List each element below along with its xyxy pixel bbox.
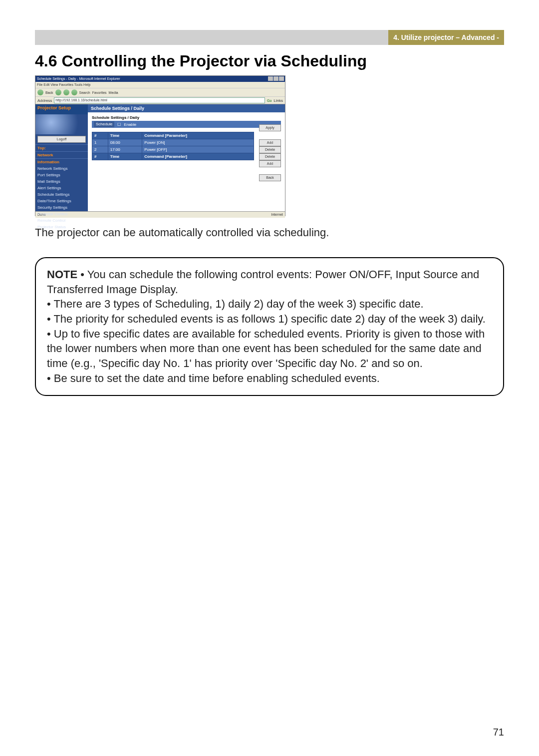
col-time: Time: [108, 153, 142, 160]
window-buttons[interactable]: [268, 76, 284, 81]
window-title: Schedule Settings - Daily - Microsoft In…: [37, 77, 120, 80]
delete-button-2[interactable]: Delete: [259, 153, 281, 160]
col-cmd: Command [Parameter]: [142, 153, 254, 160]
enable-bar: Schedule ☐ Enable: [92, 121, 281, 128]
header-bar: 4. Utilize projector – Advanced -: [35, 30, 504, 45]
forward-icon[interactable]: [55, 89, 61, 95]
refresh-icon[interactable]: [71, 89, 77, 95]
sidebar-item-schedule-settings[interactable]: Schedule Settings: [35, 191, 88, 198]
close-icon[interactable]: [279, 76, 284, 81]
browser-menubar[interactable]: File Edit View Favorites Tools Help: [35, 82, 285, 88]
maximize-icon[interactable]: [273, 76, 278, 81]
sidebar-item-mail-settings[interactable]: Mail Settings: [35, 178, 88, 185]
sidebar-item-projector-status[interactable]: Projector Status: [35, 224, 88, 230]
sidebar-header-network: Network: [35, 151, 88, 158]
note-bullet-1: • You can schedule the following control…: [47, 268, 479, 296]
main-subtitle: Schedule Settings / Daily: [88, 112, 285, 121]
back-icon[interactable]: [37, 89, 43, 95]
add-button-2[interactable]: Add: [259, 160, 281, 167]
address-bar[interactable]: Address http://192.168.1.10/schedule.htm…: [35, 97, 285, 104]
sidebar-item-network-settings[interactable]: Network Settings: [35, 165, 88, 172]
sidebar: Projector Setup Logoff Top: Network Info…: [35, 104, 88, 211]
window-titlebar: Schedule Settings - Daily - Microsoft In…: [35, 76, 285, 82]
sidebar-item-projector-control[interactable]: Projector Control: [35, 211, 88, 217]
links-label[interactable]: Links: [273, 98, 283, 103]
go-button[interactable]: Go: [267, 99, 271, 102]
status-right: Internet: [271, 212, 283, 218]
schedule-table: # Time Command [Parameter] 1 08:00 Power…: [92, 132, 254, 160]
apply-button[interactable]: Apply: [259, 124, 281, 131]
main-panel: Schedule Settings / Daily Schedule Setti…: [88, 104, 285, 211]
cell-time: 17:00: [108, 146, 142, 153]
page-number: 71: [493, 727, 504, 738]
sidebar-header-top: Top:: [35, 144, 88, 151]
favorites-label[interactable]: Favorites: [92, 91, 107, 94]
note-box: NOTE • You can schedule the following co…: [35, 257, 504, 396]
col-num: #: [92, 153, 108, 160]
back-label: Back: [45, 91, 53, 94]
note-bullet-5: • Be sure to set the date and time befor…: [47, 372, 380, 384]
delete-button-1[interactable]: Delete: [259, 146, 281, 153]
col-time: Time: [108, 132, 142, 139]
cell-num: 2: [92, 146, 108, 153]
sidebar-item-date-time-settings[interactable]: Date/Time Settings: [35, 198, 88, 204]
cell-time: 08:00: [108, 139, 142, 146]
back-button[interactable]: Back: [259, 174, 281, 181]
col-cmd: Command [Parameter]: [142, 132, 254, 139]
sidebar-header-information: Information: [35, 158, 88, 165]
enable-checkbox[interactable]: ☐: [117, 122, 121, 127]
breadcrumb: 4. Utilize projector – Advanced -: [388, 30, 504, 45]
address-input[interactable]: http://192.168.1.10/schedule.html: [54, 97, 265, 103]
table-row: 2 17:00 Power [OFF]: [92, 146, 254, 153]
cell-cmd: Power [ON]: [142, 139, 254, 146]
search-label[interactable]: Search: [79, 91, 90, 94]
add-button[interactable]: Add: [259, 139, 281, 146]
minimize-icon[interactable]: [268, 76, 273, 81]
screenshot-schedule-settings: Schedule Settings - Daily - Microsoft In…: [35, 75, 285, 216]
sidebar-item-security-settings[interactable]: Security Settings: [35, 204, 88, 211]
address-label: Address: [37, 98, 52, 103]
note-bullet-2: • There are 3 types of Scheduling, 1) da…: [47, 298, 424, 310]
media-label[interactable]: Media: [109, 91, 118, 94]
note-label: NOTE: [47, 268, 77, 281]
table-header-row: # Time Command [Parameter]: [92, 132, 254, 139]
note-bullet-4: • Up to five specific dates are availabl…: [47, 328, 485, 370]
projector-image: [35, 114, 88, 134]
cell-cmd: Power [OFF]: [142, 146, 254, 153]
sidebar-item-port-settings[interactable]: Port Settings: [35, 172, 88, 178]
intro-text: The projector can be automatically contr…: [35, 226, 504, 239]
cell-num: 1: [92, 139, 108, 146]
sidebar-item-remote-control[interactable]: Remote Control: [35, 217, 88, 224]
main-titlebar: Schedule Settings / Daily: [88, 104, 285, 112]
section-title: 4.6 Controlling the Projector via Schedu…: [35, 52, 504, 70]
note-bullet-3: • The priority for scheduled events is a…: [47, 313, 486, 325]
enable-label: Enable: [124, 122, 136, 127]
stop-icon[interactable]: [63, 89, 69, 95]
sidebar-title: Projector Setup: [35, 104, 88, 114]
table-add-header: # Time Command [Parameter]: [92, 153, 254, 160]
schedule-label: Schedule: [94, 121, 114, 127]
sidebar-item-alert-settings[interactable]: Alert Settings: [35, 185, 88, 191]
table-row: 1 08:00 Power [ON]: [92, 139, 254, 146]
browser-toolbar[interactable]: Back Search Favorites Media: [35, 88, 285, 97]
col-num: #: [92, 132, 108, 139]
logoff-button[interactable]: Logoff: [37, 136, 86, 143]
